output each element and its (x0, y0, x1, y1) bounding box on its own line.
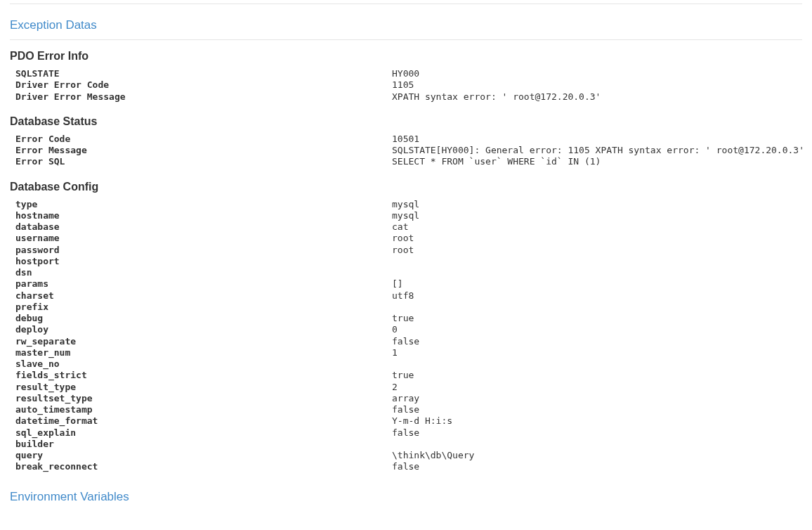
kv-value: HY000 (392, 68, 802, 79)
kv-row: builder (15, 439, 802, 450)
kv-row: Driver Error MessageXPATH syntax error: … (15, 91, 802, 103)
kv-row: hostport (15, 256, 802, 267)
kv-value: 0 (392, 324, 802, 335)
kv-value: SELECT * FROM `user` WHERE `id` IN (1) (392, 156, 802, 167)
kv-value: SQLSTATE[HY000]: General error: 1105 XPA… (392, 145, 802, 156)
kv-value (392, 267, 802, 278)
top-divider (10, 0, 802, 4)
kv-key: dsn (15, 267, 392, 278)
kv-key: result_type (15, 382, 392, 393)
kv-row: debugtrue (15, 313, 802, 324)
kv-value: [] (392, 278, 802, 290)
kv-value (392, 439, 802, 450)
kv-value: mysql (392, 199, 802, 210)
kv-key: type (15, 199, 392, 210)
kv-row: deploy0 (15, 324, 802, 335)
kv-row: query\think\db\Query (15, 450, 802, 461)
block-title: PDO Error Info (10, 50, 802, 63)
kv-key: hostname (15, 210, 392, 221)
kv-row: break_reconnectfalse (15, 461, 802, 472)
kv-value (392, 302, 802, 313)
kv-key: builder (15, 439, 392, 450)
kv-row: rw_separatefalse (15, 336, 802, 347)
kv-row: fields_stricttrue (15, 370, 802, 381)
kv-row: SQLSTATEHY000 (15, 68, 802, 79)
kv-row: typemysql (15, 199, 802, 210)
kv-value: XPATH syntax error: ' root@172.20.0.3' (392, 91, 802, 103)
kv-key: Driver Error Message (15, 91, 392, 103)
kv-row: sql_explainfalse (15, 427, 802, 439)
kv-row: Driver Error Code1105 (15, 79, 802, 91)
kv-value: 10501 (392, 134, 802, 145)
kv-row: slave_no (15, 358, 802, 370)
kv-row: dsn (15, 267, 802, 278)
kv-row: result_type2 (15, 382, 802, 393)
kv-value: false (392, 336, 802, 347)
kv-key: datetime_format (15, 415, 392, 427)
block-title: Database Status (10, 115, 802, 128)
kv-key: Error Code (15, 134, 392, 145)
kv-value (392, 358, 802, 370)
kv-value: root (392, 245, 802, 256)
kv-key: fields_strict (15, 370, 392, 381)
kv-row: auto_timestampfalse (15, 404, 802, 415)
section-exception-datas[interactable]: Exception Datas (10, 14, 802, 39)
kv-value: cat (392, 221, 802, 233)
kv-value: root (392, 233, 802, 244)
kv-value: utf8 (392, 290, 802, 302)
kv-value: Y-m-d H:i:s (392, 415, 802, 427)
kv-value: mysql (392, 210, 802, 221)
kv-key: master_num (15, 347, 392, 358)
kv-row: charsetutf8 (15, 290, 802, 302)
kv-row: databasecat (15, 221, 802, 233)
kv-row: Error SQLSELECT * FROM `user` WHERE `id`… (15, 156, 802, 167)
kv-block: typemysqlhostnamemysqldatabasecatusernam… (15, 199, 802, 473)
kv-row: passwordroot (15, 245, 802, 256)
kv-key: break_reconnect (15, 461, 392, 472)
kv-key: params (15, 278, 392, 290)
kv-row: resultset_typearray (15, 393, 802, 404)
kv-key: deploy (15, 324, 392, 335)
kv-row: usernameroot (15, 233, 802, 244)
kv-value (392, 256, 802, 267)
kv-key: Driver Error Code (15, 79, 392, 91)
kv-value: false (392, 427, 802, 439)
kv-key: password (15, 245, 392, 256)
kv-row: hostnamemysql (15, 210, 802, 221)
kv-key: resultset_type (15, 393, 392, 404)
kv-value: false (392, 404, 802, 415)
divider (10, 39, 802, 40)
kv-key: Error SQL (15, 156, 392, 167)
block-title: Database Config (10, 181, 802, 193)
kv-key: Error Message (15, 145, 392, 156)
kv-row: master_num1 (15, 347, 802, 358)
kv-key: auto_timestamp (15, 404, 392, 415)
kv-row: Error Code10501 (15, 134, 802, 145)
kv-value: true (392, 313, 802, 324)
kv-value: 2 (392, 382, 802, 393)
kv-key: sql_explain (15, 427, 392, 439)
kv-block: Error Code10501Error MessageSQLSTATE[HY0… (15, 134, 802, 168)
kv-key: slave_no (15, 358, 392, 370)
kv-block: SQLSTATEHY000Driver Error Code1105Driver… (15, 68, 802, 103)
kv-key: rw_separate (15, 336, 392, 347)
kv-row: prefix (15, 302, 802, 313)
kv-row: Error MessageSQLSTATE[HY000]: General er… (15, 145, 802, 156)
kv-key: prefix (15, 302, 392, 313)
kv-row: params[] (15, 278, 802, 290)
kv-key: hostport (15, 256, 392, 267)
kv-key: debug (15, 313, 392, 324)
kv-value: 1105 (392, 79, 802, 91)
kv-key: query (15, 450, 392, 461)
kv-value: 1 (392, 347, 802, 358)
section-environment-variables[interactable]: Environment Variables (10, 486, 802, 511)
kv-value: true (392, 370, 802, 381)
kv-key: SQLSTATE (15, 68, 392, 79)
kv-value: false (392, 461, 802, 472)
kv-value: array (392, 393, 802, 404)
kv-key: charset (15, 290, 392, 302)
kv-value: \think\db\Query (392, 450, 802, 461)
kv-key: username (15, 233, 392, 244)
kv-key: database (15, 221, 392, 233)
kv-row: datetime_formatY-m-d H:i:s (15, 415, 802, 427)
